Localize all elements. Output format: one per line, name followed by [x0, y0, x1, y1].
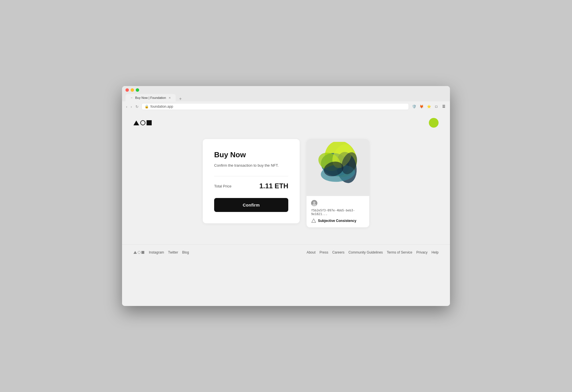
confirm-button[interactable]: Confirm: [214, 198, 288, 212]
fullscreen-button[interactable]: [136, 88, 139, 92]
footer-twitter-link[interactable]: Twitter: [168, 250, 178, 254]
extension-icon-3[interactable]: □: [433, 104, 439, 109]
footer-logo-triangle: [133, 251, 137, 254]
browser-window: → Buy Now | Foundation ✕ + ‹ › ↻ 🔒 found…: [122, 86, 450, 306]
logo-triangle: [133, 121, 139, 125]
price-value: 1.11 ETH: [259, 182, 288, 190]
reload-button[interactable]: ↻: [135, 104, 139, 109]
logo-square: [147, 120, 152, 125]
browser-chrome: → Buy Now | Foundation ✕ +: [122, 86, 450, 101]
address-text: foundation.app: [151, 105, 406, 109]
nft-info: f5b2e5f3-097e-4bb5-beb3-9e1821... Subjec…: [307, 196, 369, 227]
active-tab[interactable]: → Buy Now | Foundation ✕: [125, 94, 176, 101]
page-content: Buy Now Confirm the transaction to buy t…: [122, 112, 450, 306]
buy-now-subtitle: Confirm the transaction to buy the NFT.: [214, 163, 288, 168]
svg-point-9: [313, 201, 315, 204]
tab-close-button[interactable]: ✕: [168, 96, 172, 100]
footer-privacy-link[interactable]: Privacy: [416, 250, 427, 254]
buy-now-title: Buy Now: [214, 150, 288, 159]
footer-careers-link[interactable]: Careers: [332, 250, 344, 254]
nft-title: Subjective Consistency: [318, 219, 356, 223]
close-button[interactable]: [125, 88, 129, 92]
nft-logo-icon: [311, 218, 316, 223]
footer-terms-link[interactable]: Terms of Service: [387, 250, 412, 254]
site-footer: Instagram Twitter Blog About Press Caree…: [122, 244, 450, 260]
back-button[interactable]: ‹: [125, 104, 128, 109]
svg-marker-11: [312, 219, 316, 222]
foundation-logo[interactable]: [133, 120, 152, 125]
menu-icon[interactable]: ☰: [441, 104, 447, 109]
nft-artwork: [309, 142, 366, 193]
price-row: Total Price 1.11 ETH: [214, 182, 288, 190]
nft-title-row: Subjective Consistency: [311, 218, 365, 223]
logo-circle: [140, 120, 145, 125]
tab-title: Buy Now | Foundation: [135, 96, 166, 99]
creator-avatar: [311, 200, 317, 206]
extension-icon-1[interactable]: 🦊: [419, 104, 424, 109]
footer-about-link[interactable]: About: [307, 250, 315, 254]
lock-icon: 🔒: [145, 105, 149, 109]
footer-logo: [133, 251, 144, 254]
nft-image-area: [307, 139, 369, 196]
user-avatar-button[interactable]: [429, 118, 439, 128]
footer-help-link[interactable]: Help: [431, 250, 439, 254]
site-header: [122, 112, 450, 133]
footer-links-left: Instagram Twitter Blog: [149, 250, 189, 254]
footer-press-link[interactable]: Press: [320, 250, 328, 254]
card-divider: [214, 176, 288, 176]
nft-preview-card: f5b2e5f3-097e-4bb5-beb3-9e1821... Subjec…: [307, 139, 369, 227]
price-label: Total Price: [214, 184, 232, 188]
footer-instagram-link[interactable]: Instagram: [149, 250, 164, 254]
main-area: Buy Now Confirm the transaction to buy t…: [122, 133, 450, 244]
minimize-button[interactable]: [131, 88, 134, 92]
footer-left: Instagram Twitter Blog: [133, 250, 189, 254]
browser-actions: 🛡️ 🦊 ⭐ □ ☰: [411, 104, 447, 109]
tab-bar: → Buy Now | Foundation ✕ +: [125, 94, 447, 101]
footer-links-right: About Press Careers Community Guidelines…: [307, 250, 439, 254]
brave-shield-icon[interactable]: 🛡️: [411, 104, 417, 109]
footer-logo-circle: [138, 251, 141, 254]
buy-now-card: Buy Now Confirm the transaction to buy t…: [203, 139, 300, 223]
new-tab-button[interactable]: +: [177, 96, 184, 101]
address-bar-row: ‹ › ↻ 🔒 foundation.app 🛡️ 🦊 ⭐ □ ☰: [122, 101, 450, 112]
forward-button[interactable]: ›: [130, 104, 132, 109]
footer-logo-square: [141, 251, 144, 254]
footer-community-guidelines-link[interactable]: Community Guidelines: [348, 250, 383, 254]
nft-hash: f5b2e5f3-097e-4bb5-beb3-9e1821...: [311, 209, 365, 216]
traffic-lights: [125, 88, 447, 92]
nft-creator-row: [311, 200, 365, 206]
extension-icon-2[interactable]: ⭐: [426, 104, 432, 109]
tab-favicon: →: [129, 96, 133, 100]
address-bar[interactable]: 🔒 foundation.app: [141, 103, 409, 110]
footer-blog-link[interactable]: Blog: [182, 250, 189, 254]
